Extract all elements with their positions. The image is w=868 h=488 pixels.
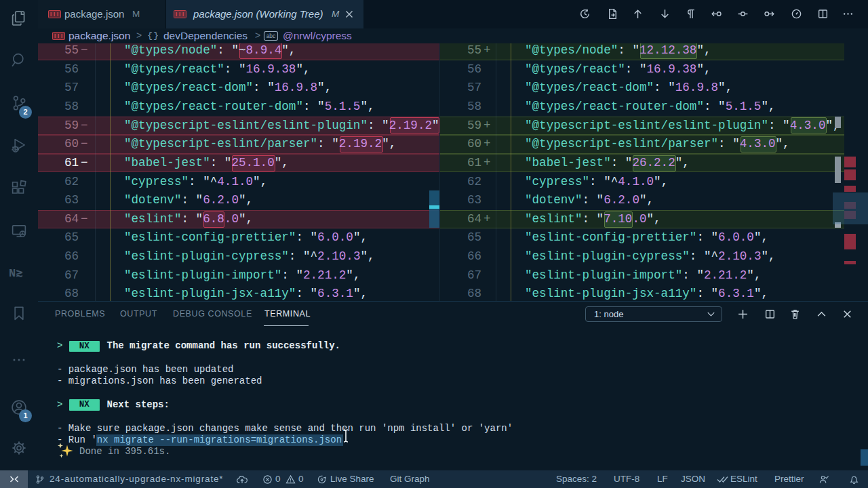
svg-text:abc: abc bbox=[267, 33, 276, 39]
